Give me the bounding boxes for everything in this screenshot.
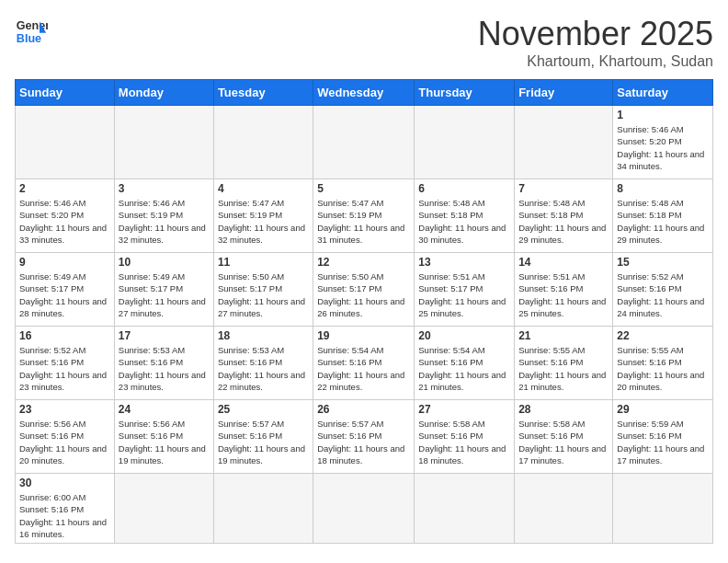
calendar-cell <box>313 474 415 544</box>
day-info: Sunrise: 5:46 AMSunset: 5:19 PMDaylight:… <box>119 197 210 246</box>
calendar-cell: 2Sunrise: 5:46 AMSunset: 5:20 PMDaylight… <box>16 179 115 253</box>
calendar-cell <box>613 474 713 544</box>
day-info: Sunrise: 5:54 AMSunset: 5:16 PMDaylight:… <box>317 344 410 393</box>
day-number: 29 <box>617 403 709 416</box>
day-number: 2 <box>19 182 110 195</box>
day-info: Sunrise: 5:48 AMSunset: 5:18 PMDaylight:… <box>418 197 510 246</box>
day-info: Sunrise: 5:55 AMSunset: 5:16 PMDaylight:… <box>617 344 709 393</box>
calendar-cell: 27Sunrise: 5:58 AMSunset: 5:16 PMDayligh… <box>415 400 515 474</box>
day-info: Sunrise: 5:53 AMSunset: 5:16 PMDaylight:… <box>218 344 309 393</box>
day-info: Sunrise: 5:48 AMSunset: 5:18 PMDaylight:… <box>518 197 609 246</box>
day-number: 26 <box>317 403 410 416</box>
calendar-cell: 12Sunrise: 5:50 AMSunset: 5:17 PMDayligh… <box>313 253 415 327</box>
day-info: Sunrise: 5:59 AMSunset: 5:16 PMDaylight:… <box>617 418 709 466</box>
day-number: 22 <box>617 329 709 342</box>
calendar-cell: 21Sunrise: 5:55 AMSunset: 5:16 PMDayligh… <box>515 327 613 400</box>
day-number: 23 <box>19 403 110 416</box>
calendar-cell: 14Sunrise: 5:51 AMSunset: 5:16 PMDayligh… <box>515 253 613 327</box>
day-number: 21 <box>518 329 609 342</box>
day-info: Sunrise: 5:58 AMSunset: 5:16 PMDaylight:… <box>418 418 510 466</box>
week-row-5: 30Sunrise: 6:00 AMSunset: 5:16 PMDayligh… <box>16 474 713 544</box>
logo: General Blue <box>15 15 48 48</box>
day-number: 1 <box>617 109 709 121</box>
calendar-cell: 3Sunrise: 5:46 AMSunset: 5:19 PMDaylight… <box>114 179 213 253</box>
calendar-cell <box>114 474 213 544</box>
weekday-header-wednesday: Wednesday <box>313 80 415 106</box>
calendar-cell: 20Sunrise: 5:54 AMSunset: 5:16 PMDayligh… <box>415 327 515 400</box>
title-section: November 2025 Khartoum, Khartoum, Sudan <box>478 15 713 70</box>
day-number: 25 <box>218 403 309 416</box>
day-info: Sunrise: 6:00 AMSunset: 5:16 PMDaylight:… <box>19 491 110 540</box>
day-info: Sunrise: 5:56 AMSunset: 5:16 PMDaylight:… <box>19 418 110 466</box>
weekday-header-friday: Friday <box>515 80 613 106</box>
calendar-cell: 6Sunrise: 5:48 AMSunset: 5:18 PMDaylight… <box>415 179 515 253</box>
calendar-table: SundayMondayTuesdayWednesdayThursdayFrid… <box>15 79 713 544</box>
calendar-cell: 22Sunrise: 5:55 AMSunset: 5:16 PMDayligh… <box>613 327 713 400</box>
calendar-cell <box>515 106 613 179</box>
day-info: Sunrise: 5:52 AMSunset: 5:16 PMDaylight:… <box>617 270 709 319</box>
day-number: 16 <box>19 329 110 342</box>
calendar-cell: 30Sunrise: 6:00 AMSunset: 5:16 PMDayligh… <box>16 474 115 544</box>
calendar-cell: 25Sunrise: 5:57 AMSunset: 5:16 PMDayligh… <box>213 400 313 474</box>
weekday-header-saturday: Saturday <box>613 80 713 106</box>
day-number: 3 <box>119 182 210 195</box>
day-info: Sunrise: 5:47 AMSunset: 5:19 PMDaylight:… <box>218 197 309 246</box>
calendar-cell: 4Sunrise: 5:47 AMSunset: 5:19 PMDaylight… <box>213 179 313 253</box>
day-info: Sunrise: 5:51 AMSunset: 5:16 PMDaylight:… <box>518 270 609 319</box>
week-row-4: 23Sunrise: 5:56 AMSunset: 5:16 PMDayligh… <box>16 400 713 474</box>
day-number: 4 <box>218 182 309 195</box>
day-info: Sunrise: 5:50 AMSunset: 5:17 PMDaylight:… <box>317 270 410 319</box>
day-number: 17 <box>119 329 210 342</box>
day-info: Sunrise: 5:51 AMSunset: 5:17 PMDaylight:… <box>418 270 510 319</box>
calendar-cell <box>213 474 313 544</box>
calendar-cell: 26Sunrise: 5:57 AMSunset: 5:16 PMDayligh… <box>313 400 415 474</box>
calendar-cell: 19Sunrise: 5:54 AMSunset: 5:16 PMDayligh… <box>313 327 415 400</box>
day-number: 28 <box>518 403 609 416</box>
calendar-cell <box>415 474 515 544</box>
svg-text:Blue: Blue <box>17 32 41 45</box>
day-number: 20 <box>418 329 510 342</box>
day-number: 24 <box>119 403 210 416</box>
day-info: Sunrise: 5:53 AMSunset: 5:16 PMDaylight:… <box>119 344 210 393</box>
weekday-header-sunday: Sunday <box>16 80 115 106</box>
logo-icon: General Blue <box>15 15 48 48</box>
calendar-cell <box>16 106 115 179</box>
calendar-cell: 11Sunrise: 5:50 AMSunset: 5:17 PMDayligh… <box>213 253 313 327</box>
calendar-cell: 28Sunrise: 5:58 AMSunset: 5:16 PMDayligh… <box>515 400 613 474</box>
weekday-header-tuesday: Tuesday <box>213 80 313 106</box>
calendar-cell: 18Sunrise: 5:53 AMSunset: 5:16 PMDayligh… <box>213 327 313 400</box>
calendar-cell: 17Sunrise: 5:53 AMSunset: 5:16 PMDayligh… <box>114 327 213 400</box>
location-title: Khartoum, Khartoum, Sudan <box>478 53 713 70</box>
day-number: 13 <box>418 256 510 269</box>
day-info: Sunrise: 5:50 AMSunset: 5:17 PMDaylight:… <box>218 270 309 319</box>
calendar-cell <box>515 474 613 544</box>
day-number: 9 <box>19 256 110 269</box>
calendar-cell <box>114 106 213 179</box>
day-info: Sunrise: 5:56 AMSunset: 5:16 PMDaylight:… <box>119 418 210 466</box>
day-number: 18 <box>218 329 309 342</box>
day-info: Sunrise: 5:46 AMSunset: 5:20 PMDaylight:… <box>617 123 709 172</box>
day-info: Sunrise: 5:48 AMSunset: 5:18 PMDaylight:… <box>617 197 709 246</box>
day-info: Sunrise: 5:49 AMSunset: 5:17 PMDaylight:… <box>119 270 210 319</box>
day-number: 8 <box>617 182 709 195</box>
week-row-2: 9Sunrise: 5:49 AMSunset: 5:17 PMDaylight… <box>16 253 713 327</box>
weekday-header-row: SundayMondayTuesdayWednesdayThursdayFrid… <box>16 80 713 106</box>
day-number: 11 <box>218 256 309 269</box>
calendar-cell: 10Sunrise: 5:49 AMSunset: 5:17 PMDayligh… <box>114 253 213 327</box>
day-number: 12 <box>317 256 410 269</box>
day-number: 14 <box>518 256 609 269</box>
week-row-3: 16Sunrise: 5:52 AMSunset: 5:16 PMDayligh… <box>16 327 713 400</box>
calendar-cell: 29Sunrise: 5:59 AMSunset: 5:16 PMDayligh… <box>613 400 713 474</box>
calendar-cell <box>313 106 415 179</box>
day-info: Sunrise: 5:54 AMSunset: 5:16 PMDaylight:… <box>418 344 510 393</box>
day-number: 5 <box>317 182 410 195</box>
day-number: 6 <box>418 182 510 195</box>
weekday-header-thursday: Thursday <box>415 80 515 106</box>
day-number: 27 <box>418 403 510 416</box>
week-row-0: 1Sunrise: 5:46 AMSunset: 5:20 PMDaylight… <box>16 106 713 179</box>
calendar-cell <box>213 106 313 179</box>
day-info: Sunrise: 5:49 AMSunset: 5:17 PMDaylight:… <box>19 270 110 319</box>
weekday-header-monday: Monday <box>114 80 213 106</box>
calendar-cell: 7Sunrise: 5:48 AMSunset: 5:18 PMDaylight… <box>515 179 613 253</box>
day-number: 10 <box>119 256 210 269</box>
